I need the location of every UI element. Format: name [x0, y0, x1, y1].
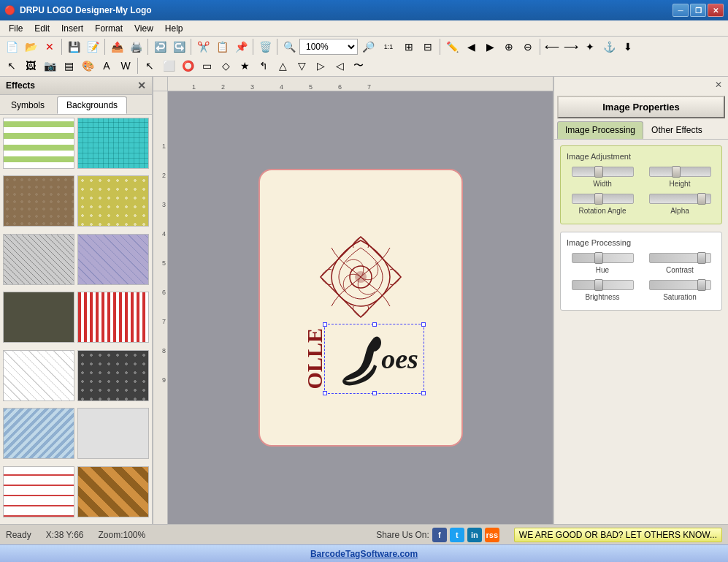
zoom-in-button[interactable]: 🔍	[280, 38, 298, 56]
pattern-8[interactable]	[77, 292, 149, 343]
star-button[interactable]: ✦	[581, 38, 599, 56]
menu-view[interactable]: View	[129, 22, 159, 35]
cut-button[interactable]: ✂️	[194, 38, 212, 56]
close-doc-button[interactable]: ✕	[41, 38, 58, 56]
linkedin-button[interactable]: in	[467, 528, 482, 542]
open-button[interactable]: 📂	[22, 38, 39, 56]
right-panel-close[interactable]: ✕	[710, 78, 727, 91]
rect-tool[interactable]: ⬜	[160, 57, 177, 75]
download-button[interactable]: ⬇	[619, 38, 637, 56]
saturation-thumb[interactable]	[697, 279, 706, 291]
camera-tool[interactable]: 📷	[41, 57, 58, 75]
height-thumb[interactable]	[672, 166, 681, 178]
circle-tool[interactable]: ⭕	[179, 57, 196, 75]
new-button[interactable]: 📄	[3, 38, 20, 56]
word-tool[interactable]: W	[117, 57, 134, 75]
facebook-button[interactable]: f	[432, 528, 447, 542]
brightness-thumb[interactable]	[594, 279, 603, 291]
next-page-button[interactable]: ▶	[481, 38, 499, 56]
height-slider[interactable]	[649, 167, 711, 177]
arrow-tool[interactable]: ↰	[255, 57, 272, 75]
play-tool[interactable]: ▷	[312, 57, 329, 75]
arrow-left-button[interactable]: ⟵	[543, 38, 561, 56]
copy-button[interactable]: 📋	[213, 38, 231, 56]
close-button[interactable]: ✕	[708, 4, 724, 17]
anchor-button[interactable]: ⚓	[600, 38, 618, 56]
fit-page-button[interactable]: ⊞	[400, 38, 418, 56]
menu-edit[interactable]: Edit	[28, 22, 55, 35]
save-as-button[interactable]: 📝	[84, 38, 101, 56]
rotation-slider[interactable]	[572, 194, 634, 204]
zoom-select[interactable]: 100% 50% 75% 125% 150% 200%	[299, 39, 358, 55]
twitter-button[interactable]: t	[450, 528, 464, 542]
saturation-slider[interactable]	[649, 280, 711, 290]
diamond-tool[interactable]: ◇	[217, 57, 234, 75]
delete-button[interactable]: 🗑️	[256, 38, 274, 56]
pattern-3[interactable]	[3, 175, 74, 227]
wave-tool[interactable]: 〜	[350, 57, 367, 75]
brand-link[interactable]: BarcodeTagSoftware.com	[310, 549, 418, 559]
pattern-10[interactable]	[77, 350, 149, 401]
panel-close-button[interactable]: ✕	[137, 80, 146, 91]
pattern-7[interactable]	[3, 292, 74, 343]
rounded-rect-tool[interactable]: ▭	[198, 57, 215, 75]
pattern-11[interactable]	[3, 408, 74, 459]
back-tool[interactable]: ◁	[331, 57, 348, 75]
cursor2-tool[interactable]: ↖	[141, 57, 158, 75]
triangle-tool[interactable]: △	[274, 57, 291, 75]
pattern-13[interactable]	[3, 466, 74, 517]
width-thumb[interactable]	[594, 166, 603, 178]
hue-slider[interactable]	[572, 253, 634, 263]
cursor-tool[interactable]: ↖	[3, 57, 20, 75]
feedback-button[interactable]: WE ARE GOOD OR BAD? LET OTHERS KNOW...	[514, 528, 722, 542]
tab-other-effects[interactable]: Other Effects	[643, 121, 710, 139]
pattern-6[interactable]	[77, 234, 149, 285]
print-button[interactable]: 🖨️	[127, 38, 145, 56]
pattern-5[interactable]	[3, 234, 74, 285]
hue-thumb[interactable]	[594, 252, 603, 264]
minimize-button[interactable]: ─	[673, 4, 689, 17]
prev-page-button[interactable]: ◀	[462, 38, 480, 56]
width-slider[interactable]	[572, 167, 634, 177]
tab-symbols[interactable]: Symbols	[1, 96, 54, 114]
contrast-thumb[interactable]	[697, 252, 706, 264]
menu-help[interactable]: Help	[159, 22, 189, 35]
pattern-2[interactable]	[77, 118, 149, 169]
tab-image-processing[interactable]: Image Processing	[557, 121, 643, 139]
layer-tool[interactable]: ▤	[60, 57, 77, 75]
pattern-9[interactable]	[3, 350, 74, 401]
canvas-workspace[interactable]: OLLE	[168, 91, 553, 524]
star-shape-tool[interactable]: ★	[236, 57, 253, 75]
contrast-slider[interactable]	[649, 253, 711, 263]
menu-file[interactable]: File	[3, 22, 28, 35]
arrow-right-button[interactable]: ⟶	[562, 38, 580, 56]
social4-button[interactable]: rss	[485, 528, 499, 542]
pattern-1[interactable]	[3, 118, 74, 169]
restore-button[interactable]: ❐	[690, 4, 706, 17]
pattern-14[interactable]	[77, 466, 149, 517]
pencil-button[interactable]: ✏️	[443, 38, 461, 56]
zoom-out-button[interactable]: 🔎	[359, 38, 377, 56]
brightness-slider[interactable]	[572, 280, 634, 290]
add-page-button[interactable]: ⊕	[500, 38, 518, 56]
alpha-slider[interactable]	[649, 194, 711, 204]
save-button[interactable]: 💾	[65, 38, 83, 56]
text-tool[interactable]: A	[98, 57, 115, 75]
image-tool[interactable]: 🖼	[22, 57, 39, 75]
delete-page-button[interactable]: ⊖	[519, 38, 537, 56]
pattern-4[interactable]	[77, 175, 149, 227]
rotation-thumb[interactable]	[594, 193, 603, 205]
pattern-12[interactable]	[77, 408, 149, 459]
export-button[interactable]: 📤	[108, 38, 126, 56]
menu-insert[interactable]: Insert	[55, 22, 89, 35]
redo-button[interactable]: ↪️	[170, 38, 188, 56]
undo-button[interactable]: ↩️	[151, 38, 169, 56]
menu-format[interactable]: Format	[89, 22, 129, 35]
actual-size-button[interactable]: 1:1	[378, 38, 399, 56]
alpha-thumb[interactable]	[697, 193, 706, 205]
tab-backgrounds[interactable]: Backgrounds	[57, 96, 127, 114]
paste-button[interactable]: 📌	[232, 38, 250, 56]
down-triangle-tool[interactable]: ▽	[293, 57, 310, 75]
effects-tool[interactable]: 🎨	[79, 57, 96, 75]
grid-button[interactable]: ⊟	[419, 38, 437, 56]
